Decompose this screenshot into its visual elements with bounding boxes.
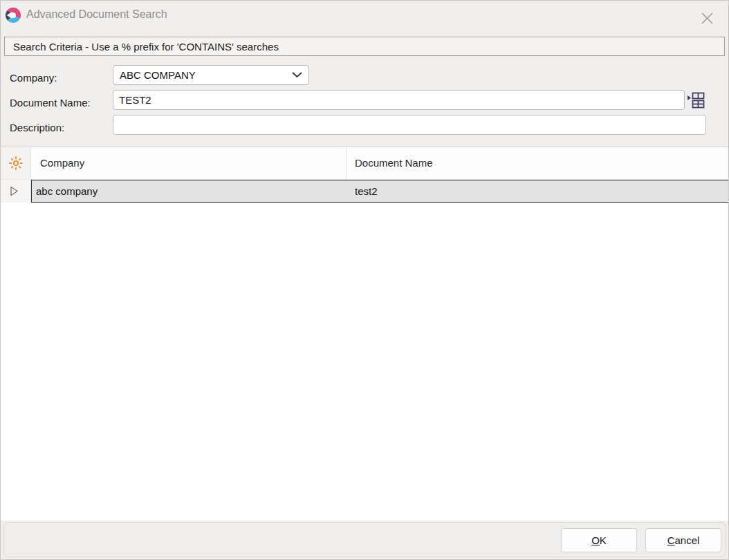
company-dropdown-value: ABC COMPANY (120, 69, 292, 81)
app-logo-icon (6, 8, 21, 23)
ok-button[interactable]: OK (561, 528, 637, 552)
search-criteria-banner: Search Criteria - Use a % prefix for 'CO… (4, 37, 725, 56)
cancel-button[interactable]: Cancel (645, 528, 721, 552)
ok-button-mnemonic: O (591, 534, 600, 546)
grid-header-row: Company Document Name (1, 147, 728, 180)
window-title: Advanced Document Search (26, 8, 167, 21)
document-name-input[interactable] (113, 90, 685, 110)
column-header-document-name[interactable]: Document Name (347, 147, 728, 179)
table-row: abc company test2 (1, 180, 728, 203)
cancel-button-mnemonic: C (667, 534, 675, 546)
ok-button-rest: K (600, 534, 607, 546)
table-lookup-icon (686, 91, 705, 109)
sun-busy-icon (8, 156, 24, 171)
column-header-company[interactable]: Company (32, 147, 346, 179)
results-grid: Company Document Name abc company test2 (1, 147, 728, 521)
description-label: Description: (10, 122, 64, 133)
row-selector-cell[interactable] (1, 180, 31, 203)
close-button[interactable] (693, 6, 721, 30)
advanced-document-search-dialog: Advanced Document Search Search Criteria… (0, 0, 729, 560)
selected-row[interactable]: abc company test2 (31, 180, 728, 203)
document-name-label: Document Name: (10, 97, 91, 109)
cancel-button-rest: ancel (674, 534, 699, 546)
title-bar: Advanced Document Search (0, 0, 729, 37)
grid-corner-cell (1, 147, 31, 179)
company-dropdown[interactable]: ABC COMPANY (113, 65, 309, 85)
cell-company[interactable]: abc company (32, 180, 347, 202)
chevron-down-icon (292, 72, 302, 78)
document-lookup-button[interactable] (685, 91, 706, 110)
description-input[interactable] (113, 115, 706, 135)
company-label: Company: (10, 72, 57, 84)
app-logo-chevron (7, 12, 12, 19)
search-criteria-text: Search Criteria - Use a % prefix for 'CO… (13, 41, 279, 53)
triangle-right-icon (10, 186, 19, 196)
close-x-icon (701, 12, 714, 25)
cell-document-name[interactable]: test2 (347, 180, 728, 202)
